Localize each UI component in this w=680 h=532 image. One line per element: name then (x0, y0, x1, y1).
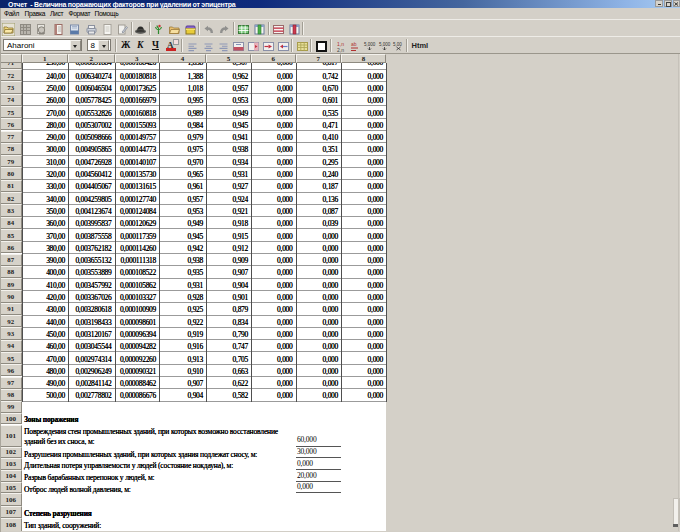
svg-text:5,00: 5,00 (393, 42, 402, 47)
svg-text:5,000: 5,000 (379, 42, 391, 47)
svg-text:5,000: 5,000 (364, 42, 376, 47)
svg-text:ab: ab (351, 41, 357, 47)
svg-text:2,n: 2,n (337, 47, 344, 53)
